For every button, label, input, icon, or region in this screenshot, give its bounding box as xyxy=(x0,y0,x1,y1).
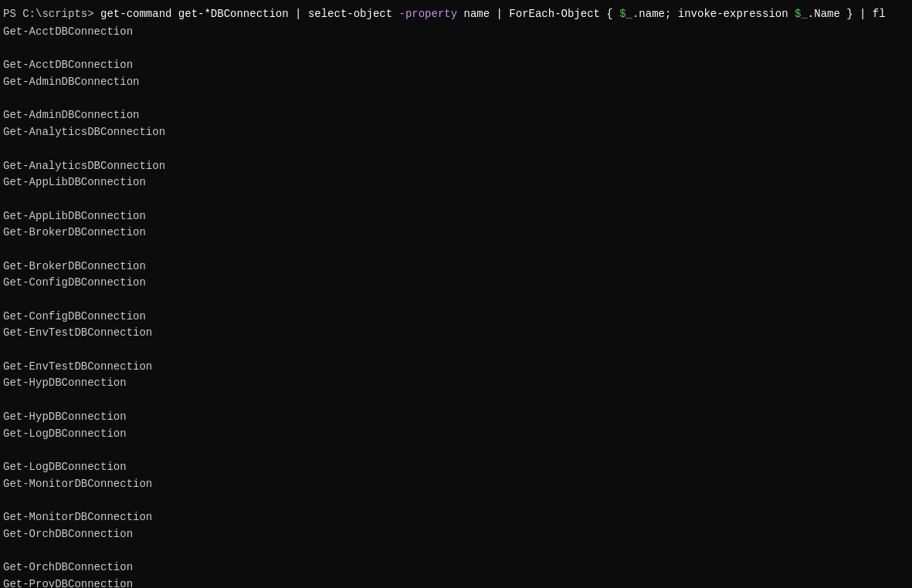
output-line: Get-ConfigDBConnection xyxy=(3,309,909,326)
output-line xyxy=(3,141,909,158)
output-line: Get-AnalyticsDBConnection xyxy=(3,158,909,175)
output-line xyxy=(3,292,909,309)
cmd-part2: name xyxy=(464,6,490,22)
output-line xyxy=(3,91,909,108)
output-container: Get-AcctDBConnection Get-AcctDBConnectio… xyxy=(3,24,909,588)
output-line xyxy=(3,542,909,559)
output-line: Get-LogDBConnection xyxy=(3,426,909,443)
output-line: Get-MonitorDBConnection xyxy=(3,476,909,493)
output-line: Get-ProvDBConnection xyxy=(3,576,909,588)
cmd-part4: .name; invoke-expression xyxy=(632,6,795,22)
cmd-part5: .Name } | fl xyxy=(808,6,886,22)
output-line: Get-EnvTestDBConnection xyxy=(3,359,909,376)
output-line xyxy=(3,492,909,509)
cmd-part1: get-command get-*DBConnection | select-o… xyxy=(100,6,392,22)
output-line: Get-AcctDBConnection xyxy=(3,57,909,74)
cmd-var1: $_ xyxy=(619,6,632,22)
output-line: Get-LogDBConnection xyxy=(3,459,909,476)
output-line: Get-AdminDBConnection xyxy=(3,107,909,124)
cmd-part3: | ForEach-Object { xyxy=(490,6,619,22)
output-line xyxy=(3,392,909,409)
output-line: Get-EnvTestDBConnection xyxy=(3,325,909,342)
output-line: Get-OrchDBConnection xyxy=(3,526,909,543)
output-line: Get-AppLibDBConnection xyxy=(3,174,909,191)
output-line: Get-AdminDBConnection xyxy=(3,74,909,91)
output-line: Get-AcctDBConnection xyxy=(3,24,909,41)
output-line xyxy=(3,191,909,208)
output-line: Get-BrokerDBConnection xyxy=(3,259,909,275)
output-line: Get-ConfigDBConnection xyxy=(3,275,909,292)
output-line: Get-AnalyticsDBConnection xyxy=(3,124,909,141)
command-line: PS C:\scripts> get-command get-*DBConnec… xyxy=(3,6,909,22)
output-line: Get-BrokerDBConnection xyxy=(3,225,909,242)
output-line: Get-AppLibDBConnection xyxy=(3,208,909,225)
output-line: Get-HypDBConnection xyxy=(3,375,909,392)
output-line: Get-MonitorDBConnection xyxy=(3,509,909,526)
output-line xyxy=(3,342,909,359)
output-line xyxy=(3,442,909,459)
output-line xyxy=(3,41,909,58)
output-line: Get-HypDBConnection xyxy=(3,409,909,426)
prompt: PS C:\scripts> xyxy=(3,6,100,22)
cmd-param1: -property xyxy=(392,6,463,22)
output-line: Get-OrchDBConnection xyxy=(3,559,909,576)
terminal-window[interactable]: PS C:\scripts> get-command get-*DBConnec… xyxy=(0,0,912,588)
output-line xyxy=(3,242,909,259)
cmd-var2: $_ xyxy=(795,6,808,22)
